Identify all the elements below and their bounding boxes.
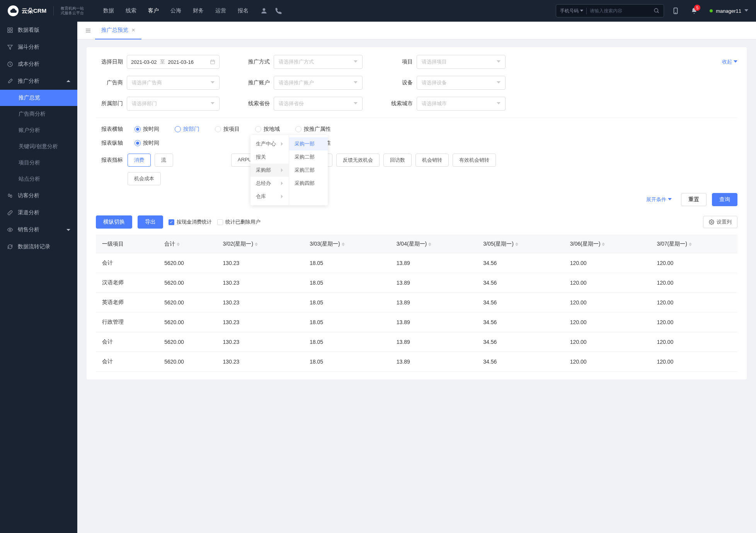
select-promo-method[interactable]: 请选择推广方式	[274, 55, 363, 69]
switch-axes-button[interactable]: 横纵切换	[96, 215, 132, 229]
chevron-right-icon	[281, 168, 283, 172]
sidebar-toggle[interactable]	[81, 27, 95, 34]
table-header-cell[interactable]: 3/06(星期一)	[564, 235, 651, 253]
select-account[interactable]: 请选择推广账户	[274, 76, 363, 90]
cascade-item[interactable]: 采购四部	[289, 177, 328, 190]
refresh-icon	[7, 244, 13, 250]
search-input[interactable]	[590, 8, 654, 14]
metric-tag[interactable]: 消费	[128, 154, 151, 167]
cascade-item[interactable]: 总经办	[250, 177, 289, 190]
submenu-promo-overview[interactable]: 推广总览	[0, 90, 77, 106]
date-range-picker[interactable]: 2021-03-02 至 2021-03-16	[127, 55, 220, 69]
phone-icon[interactable]	[275, 7, 283, 15]
cascade-item[interactable]: 报关	[250, 150, 289, 164]
logo[interactable]: 云朵CRM 教育机构一站 式服务云平台	[8, 5, 84, 16]
chevron-down-icon	[734, 60, 737, 63]
sidebar-item-label: 漏斗分析	[18, 44, 39, 51]
submenu-account[interactable]: 账户分析	[0, 122, 77, 138]
select-city[interactable]: 请选择城市	[417, 97, 506, 111]
collapse-filters-link[interactable]: 收起	[722, 58, 737, 65]
cascade-item[interactable]: 采购二部	[289, 150, 328, 164]
sidebar-item-sales[interactable]: 销售分析	[0, 221, 77, 238]
radio-horiz-time[interactable]: 按时间	[135, 126, 159, 133]
export-button[interactable]: 导出	[138, 215, 163, 229]
radio-horiz-dept[interactable]: 按部门	[175, 126, 199, 133]
table-header-cell[interactable]: 一级项目	[96, 235, 158, 253]
nav-pool[interactable]: 公海	[170, 7, 181, 14]
sort-icon[interactable]	[255, 243, 258, 246]
reset-button[interactable]: 重置	[681, 193, 707, 206]
query-button[interactable]: 查询	[712, 193, 737, 206]
cascade-item[interactable]: 仓库	[250, 190, 289, 203]
table-header-cell[interactable]: 3/03(星期一)	[303, 235, 390, 253]
metric-tag[interactable]: 有效机会销转	[453, 154, 496, 167]
sidebar-item-dashboard[interactable]: 数据看版	[0, 22, 77, 39]
metric-tag[interactable]: 流	[155, 154, 173, 167]
tab-promo-overview[interactable]: 推广总预览 ✕	[95, 22, 141, 39]
cascade-item[interactable]: 采购三部	[289, 164, 328, 177]
cascade-item[interactable]: 生产中心	[250, 137, 289, 150]
radio-horiz-region[interactable]: 按地域	[255, 126, 280, 133]
expand-conditions-link[interactable]: 展开条件	[646, 196, 672, 203]
checkbox-deleted-users[interactable]: 统计已删除用户	[217, 219, 261, 226]
sidebar-item-funnel[interactable]: 漏斗分析	[0, 39, 77, 56]
chevron-right-icon	[281, 181, 283, 185]
sort-icon[interactable]	[602, 243, 605, 246]
sidebar-item-channel[interactable]: 渠道分析	[0, 204, 77, 221]
sidebar-item-cost[interactable]: 成本分析	[0, 56, 77, 73]
table-header-cell[interactable]: 合计	[158, 235, 216, 253]
sidebar-item-promo[interactable]: 推广分析	[0, 73, 77, 90]
sidebar-item-dataflow[interactable]: 数据流转记录	[0, 238, 77, 255]
mobile-icon[interactable]	[669, 4, 683, 18]
chevron-down-icon	[354, 81, 358, 84]
table-header-cell[interactable]: 3/05(星期一)	[477, 235, 564, 253]
search-icon[interactable]	[654, 8, 660, 14]
cascade-item[interactable]: 采购部	[250, 164, 289, 177]
metric-tag[interactable]: 回访数	[383, 154, 412, 167]
table-cell: 130.23	[217, 253, 304, 273]
nav-data[interactable]: 数据	[103, 7, 114, 14]
sort-icon[interactable]	[428, 243, 431, 246]
submenu-advertiser[interactable]: 广告商分析	[0, 106, 77, 122]
tab-close-icon[interactable]: ✕	[131, 27, 135, 33]
chevron-down-icon	[744, 9, 748, 12]
global-search[interactable]: 手机号码	[556, 4, 664, 17]
sort-icon[interactable]	[689, 243, 692, 246]
main-content: 推广总预览 ✕ 选择日期 2021-03-02 至 2021-03-16	[77, 22, 756, 533]
user-icon[interactable]	[260, 7, 268, 15]
cascade-item[interactable]: 采购一部	[289, 137, 328, 150]
metric-tag[interactable]: 机会销转	[415, 154, 449, 167]
select-advertiser[interactable]: 请选择广告商	[127, 76, 220, 90]
checkbox-cash-stats[interactable]: 按现金消费统计	[169, 219, 212, 226]
table-header-cell[interactable]: 3/02(星期一)	[217, 235, 304, 253]
sidebar-item-visitor[interactable]: 访客分析	[0, 187, 77, 204]
data-table-wrapper[interactable]: 一级项目合计3/02(星期一)3/03(星期一)3/04(星期一)3/05(星期…	[96, 235, 737, 372]
select-province[interactable]: 请选择省份	[274, 97, 363, 111]
radio-horiz-promo[interactable]: 按推广属性	[295, 126, 331, 133]
metric-tag[interactable]: 反馈无效机会	[336, 154, 380, 167]
radio-vert-time[interactable]: 按时间	[135, 140, 159, 147]
nav-ops[interactable]: 运营	[215, 7, 226, 14]
nav-finance[interactable]: 财务	[193, 7, 204, 14]
user-menu[interactable]: manager11	[710, 8, 748, 14]
filter-panel: 选择日期 2021-03-02 至 2021-03-16 推广方式 请选择推广方…	[87, 47, 747, 379]
sort-icon[interactable]	[177, 243, 180, 246]
submenu-project[interactable]: 项目分析	[0, 155, 77, 171]
config-columns-button[interactable]: 设置列	[703, 216, 737, 228]
table-header-cell[interactable]: 3/04(星期一)	[390, 235, 477, 253]
table-header-cell[interactable]: 3/07(星期一)	[650, 235, 737, 253]
sort-icon[interactable]	[515, 243, 518, 246]
bell-icon[interactable]: 5	[687, 4, 701, 18]
nav-lead[interactable]: 线索	[126, 7, 136, 14]
sort-icon[interactable]	[342, 243, 345, 246]
submenu-site[interactable]: 站点分析	[0, 171, 77, 187]
select-project[interactable]: 请选择项目	[417, 55, 506, 69]
metric-tag[interactable]: 机会成本	[128, 172, 161, 185]
nav-signup[interactable]: 报名	[238, 7, 249, 14]
select-dept[interactable]: 请选择部门	[127, 97, 220, 111]
search-type-select[interactable]: 手机号码	[560, 8, 587, 14]
radio-horiz-project[interactable]: 按项目	[215, 126, 240, 133]
select-device[interactable]: 请选择设备	[417, 76, 506, 90]
nav-customer[interactable]: 客户	[148, 7, 159, 14]
submenu-keyword[interactable]: 关键词/创意分析	[0, 138, 77, 155]
